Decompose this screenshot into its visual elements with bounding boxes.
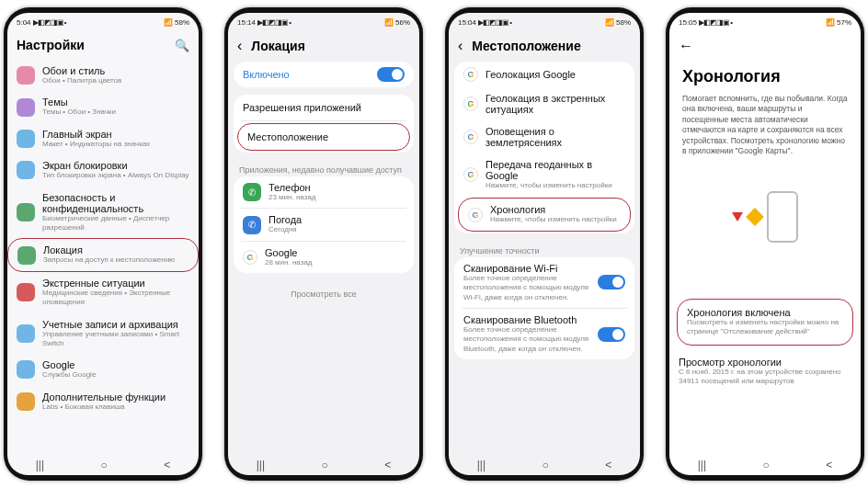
- page-header: ‹ Местоположение: [449, 28, 640, 62]
- settings-item[interactable]: GoogleСлужбы Google: [7, 354, 199, 385]
- app-icon: ✆: [243, 216, 261, 234]
- google-icon: G: [463, 67, 478, 82]
- view-timeline[interactable]: Просмотр хронологии С 6 нояб. 2015 г. на…: [669, 349, 861, 394]
- page-title: Местоположение: [472, 39, 631, 53]
- page-title: Хронология: [669, 62, 861, 94]
- back-icon[interactable]: ←: [679, 38, 693, 54]
- page-title: Настройки: [17, 38, 166, 52]
- item-icon: [17, 360, 35, 379]
- recents-button[interactable]: |||: [36, 459, 44, 471]
- settings-item[interactable]: Дополнительные функцииLabs • Боковая кла…: [7, 386, 199, 417]
- nav-bar: ||| ○ <: [7, 451, 199, 475]
- google-icon: G: [468, 208, 483, 222]
- home-button[interactable]: ○: [101, 459, 108, 471]
- status-bar: 15:14▶◧◩◨▣ • 📶56%: [228, 13, 419, 28]
- location-service-item[interactable]: GОповещения о землетрясениях: [454, 120, 634, 153]
- google-icon: G: [243, 250, 257, 265]
- item-icon: [17, 324, 35, 343]
- back-button[interactable]: <: [605, 459, 611, 471]
- phone-location: 15:14▶◧◩◨▣ • 📶56% ‹ Локация Включено Раз…: [224, 7, 423, 481]
- illustration: [669, 166, 861, 267]
- app-icon: ✆: [243, 183, 261, 201]
- location-service-item[interactable]: GГеолокация Google: [454, 62, 634, 87]
- scan-toggle-row[interactable]: Сканирование Wi-FiБолее точное определен…: [454, 257, 634, 308]
- description: Помогает вспомнить, где вы побывали. Ког…: [669, 94, 861, 166]
- item-icon: [17, 392, 35, 411]
- settings-item[interactable]: Обои и стильОбои • Палитра цветов: [7, 60, 199, 91]
- settings-item[interactable]: Учетные записи и архивацияУправление уче…: [7, 313, 199, 355]
- home-button[interactable]: ○: [322, 459, 328, 471]
- item-icon: [17, 161, 35, 179]
- recents-button[interactable]: |||: [698, 459, 706, 471]
- toggle-on[interactable]: [377, 67, 405, 82]
- scan-toggle-row[interactable]: Сканирование BluetoothБолее точное опред…: [454, 309, 634, 359]
- location-service-item[interactable]: GХронологияНажмите, чтобы изменить настр…: [458, 198, 631, 231]
- page-header: Настройки 🔍: [7, 28, 199, 60]
- item-icon: [17, 130, 35, 148]
- status-bar: 15:04▶◧◩◨▣ • 📶58%: [449, 13, 640, 28]
- item-icon: [17, 283, 35, 301]
- location-service-item[interactable]: GГеолокация в экстренных ситуациях: [454, 87, 634, 120]
- app-permissions[interactable]: Разрешения приложений: [234, 95, 414, 120]
- back-button[interactable]: <: [384, 459, 391, 471]
- status-bar: 5:04▶◧◩◨▣ • 📶58%: [7, 13, 199, 28]
- phone-timeline: 15:05▶◧◩◨▣ • 📶57% ← Хронология Помогает …: [666, 7, 864, 481]
- nav-bar: ||| ○ <: [228, 451, 419, 475]
- page-header: ←: [669, 28, 861, 62]
- recent-app[interactable]: ✆ПогодаСегодня: [234, 209, 414, 240]
- search-icon[interactable]: 🔍: [175, 39, 189, 52]
- item-icon: [17, 246, 36, 265]
- page-title: Локация: [251, 39, 410, 53]
- settings-item[interactable]: Безопасность и конфиденциальностьБиометр…: [7, 187, 199, 239]
- settings-item[interactable]: ТемыТемы • Обои • Значки: [7, 91, 199, 122]
- recents-button[interactable]: |||: [477, 459, 485, 471]
- settings-item[interactable]: Главный экранМакет • Индикаторы на значк…: [7, 123, 199, 154]
- item-icon: [17, 203, 35, 221]
- back-button[interactable]: <: [826, 459, 832, 471]
- timeline-enabled[interactable]: Хронология включена Посмотреть и изменит…: [677, 299, 853, 346]
- diamond-icon: [746, 208, 764, 226]
- settings-item[interactable]: Экстренные ситуацииМедицинские сведения …: [7, 272, 199, 313]
- settings-item[interactable]: Экран блокировкиТип блокировки экрана • …: [7, 154, 199, 186]
- location-toggle-row[interactable]: Включено: [234, 62, 414, 87]
- item-icon: [17, 98, 35, 117]
- item-icon: [17, 66, 35, 85]
- google-icon: G: [463, 96, 478, 111]
- back-button[interactable]: <: [164, 459, 170, 471]
- page-header: ‹ Локация: [228, 28, 419, 62]
- phone-location-services: 15:04▶◧◩◨▣ • 📶58% ‹ Местоположение GГеол…: [445, 7, 644, 481]
- settings-item[interactable]: ЛокацияЗапросы на доступ к местоположени…: [7, 238, 199, 271]
- back-icon[interactable]: ‹: [237, 38, 242, 54]
- recent-app[interactable]: ✆Телефон23 мин. назад: [234, 176, 414, 208]
- location-services[interactable]: Местоположение: [237, 123, 410, 151]
- phone-icon: [767, 191, 798, 243]
- google-icon: G: [463, 167, 478, 182]
- nav-bar: ||| ○ <: [669, 451, 861, 475]
- pin-icon: [732, 212, 743, 221]
- recents-button[interactable]: |||: [257, 459, 265, 471]
- recent-app[interactable]: GGoogle28 мин. назад: [234, 242, 414, 273]
- google-icon: G: [463, 130, 478, 144]
- location-service-item[interactable]: GПередача геоданных в GoogleНажмите, что…: [454, 153, 634, 196]
- home-button[interactable]: ○: [542, 459, 549, 471]
- phone-settings: 5:04▶◧◩◨▣ • 📶58% Настройки 🔍 Обои и стил…: [4, 7, 202, 481]
- home-button[interactable]: ○: [763, 459, 770, 471]
- toggle-on[interactable]: [598, 275, 625, 289]
- back-icon[interactable]: ‹: [458, 38, 463, 54]
- toggle-on[interactable]: [598, 327, 625, 342]
- status-bar: 15:05▶◧◩◨▣ • 📶57%: [669, 13, 861, 28]
- nav-bar: ||| ○ <: [449, 451, 640, 475]
- view-all[interactable]: Просмотреть все: [228, 280, 419, 308]
